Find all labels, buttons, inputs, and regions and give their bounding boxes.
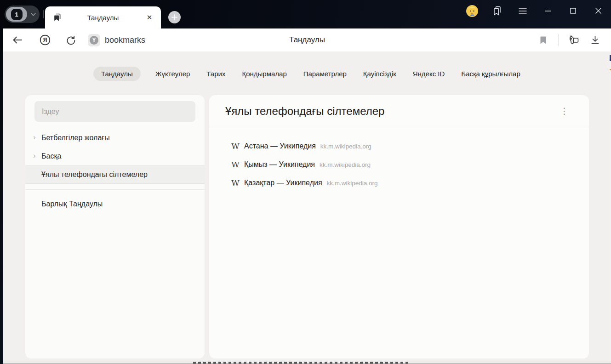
back-icon[interactable]	[7, 31, 28, 49]
nav-tab-basqa-qurylgylar[interactable]: Басқа құрылғылар	[459, 67, 522, 81]
minimize-button[interactable]	[535, 0, 560, 22]
bookmark-item[interactable]: W Қазақтар — Уикипедия kk.m.wikipedia.or…	[209, 174, 589, 192]
close-tab-icon[interactable]: ✕	[144, 12, 154, 23]
chevron-right-icon[interactable]: ›	[33, 152, 36, 159]
sidebar-item-bookmarks-bar[interactable]: › Бетбелгілер жолағы	[25, 129, 205, 147]
nav-tab-qondyrmalar[interactable]: Қондырмалар	[240, 67, 288, 81]
tab-count-pill: 1	[6, 7, 27, 22]
page-favicon: Y	[88, 34, 100, 46]
favicon-letter: Y	[90, 36, 98, 45]
bookmarks-sidebar: › Бетбелгілер жолағы › Басқа Ұялы телефо…	[25, 95, 205, 358]
reload-icon[interactable]	[60, 31, 81, 49]
bookmark-title[interactable]: Астана — Уикипедия	[244, 142, 316, 150]
yandex-letter: Я	[43, 37, 47, 43]
window-left-edge	[0, 0, 3, 364]
nav-tab-qauipsizdik[interactable]: Қауіпсіздік	[361, 67, 398, 81]
close-window-button[interactable]	[586, 0, 611, 22]
sidebar-item-label: Барлық Таңдаулы	[41, 200, 103, 208]
toolbar-separator	[558, 34, 559, 46]
bookmarks-page: Таңдаулы Жүктеулер Тарих Қондырмалар Пар…	[3, 51, 611, 361]
nav-tab-tandauly[interactable]: Таңдаулы	[93, 67, 141, 81]
bookmarks-tab-icon	[53, 13, 62, 22]
bookmark-url: kk.m.wikipedia.org	[320, 143, 371, 150]
wikipedia-favicon-icon: W	[230, 160, 240, 169]
kebab-menu-icon[interactable]: ⋮	[557, 105, 571, 117]
browser-toolbar: Я Y bookmarks Таңдаулы	[3, 28, 611, 51]
wikipedia-favicon-icon: W	[230, 142, 240, 151]
active-tab-title: Таңдаулы	[62, 14, 144, 22]
page-nav-tabs: Таңдаулы Жүктеулер Тарих Қондырмалар Пар…	[93, 67, 522, 81]
address-url[interactable]: bookmarks	[105, 35, 145, 45]
nav-tab-zhukteuler[interactable]: Жүктеулер	[154, 67, 192, 81]
bookmark-list: W Астана — Уикипедия kk.m.wikipedia.org …	[209, 127, 589, 192]
chevron-down-icon[interactable]	[31, 13, 36, 16]
active-tab[interactable]: Таңдаулы ✕	[45, 6, 161, 28]
folder-title: Ұялы телефондағы сілтемелер	[225, 105, 557, 118]
sidebar-item-label: Бетбелгілер жолағы	[41, 134, 110, 142]
sidebar-item-label: Ұялы телефондағы сілтемелер	[41, 171, 148, 179]
bookmark-url: kk.m.wikipedia.org	[320, 161, 371, 168]
search-input[interactable]	[34, 108, 195, 116]
chevron-right-icon[interactable]: ›	[33, 133, 36, 141]
password-manager-icon[interactable]	[563, 31, 584, 49]
sidebar-item-other[interactable]: › Басқа	[25, 147, 205, 165]
bookmark-title[interactable]: Қазақтар — Уикипедия	[244, 179, 322, 187]
bookmark-url: kk.m.wikipedia.org	[327, 180, 378, 187]
bookmarks-main-panel: Ұялы телефондағы сілтемелер ⋮ W Астана —…	[209, 95, 589, 358]
taskbar-edge	[0, 361, 611, 364]
nav-tab-yandex-id[interactable]: Яндекс ID	[411, 67, 447, 81]
nav-tab-tarikh[interactable]: Тарих	[205, 67, 227, 81]
bookmark-item[interactable]: W Астана — Уикипедия kk.m.wikipedia.org	[209, 137, 589, 155]
bookmark-icon[interactable]	[532, 31, 554, 49]
yandex-logo-icon[interactable]: Я	[34, 31, 56, 49]
sidebar-search[interactable]	[34, 101, 195, 122]
download-icon[interactable]	[584, 31, 605, 49]
sidebar-divider	[25, 189, 205, 190]
bookmark-title[interactable]: Қымыз — Уикипедия	[244, 160, 315, 169]
new-tab-button[interactable]	[168, 11, 181, 23]
tab-count: 1	[11, 9, 23, 20]
profile-avatar[interactable]	[459, 0, 485, 22]
nav-tab-parametrler[interactable]: Параметрлер	[302, 67, 348, 81]
wikipedia-favicon-icon: W	[230, 178, 240, 188]
tab-bar: 1 Таңдаулы ✕	[0, 0, 611, 28]
sidebar-item-mobile-links[interactable]: Ұялы телефондағы сілтемелер	[25, 165, 205, 184]
menu-icon[interactable]	[510, 0, 535, 22]
tab-groups-icon[interactable]	[485, 0, 510, 22]
sidebar-item-label: Басқа	[41, 152, 61, 160]
bookmark-item[interactable]: W Қымыз — Уикипедия kk.m.wikipedia.org	[209, 155, 589, 174]
tab-counter[interactable]: 1	[5, 6, 40, 23]
tab-separator	[43, 10, 44, 18]
sidebar-item-all-favorites[interactable]: Барлық Таңдаулы	[25, 195, 205, 213]
maximize-button[interactable]	[560, 0, 586, 22]
